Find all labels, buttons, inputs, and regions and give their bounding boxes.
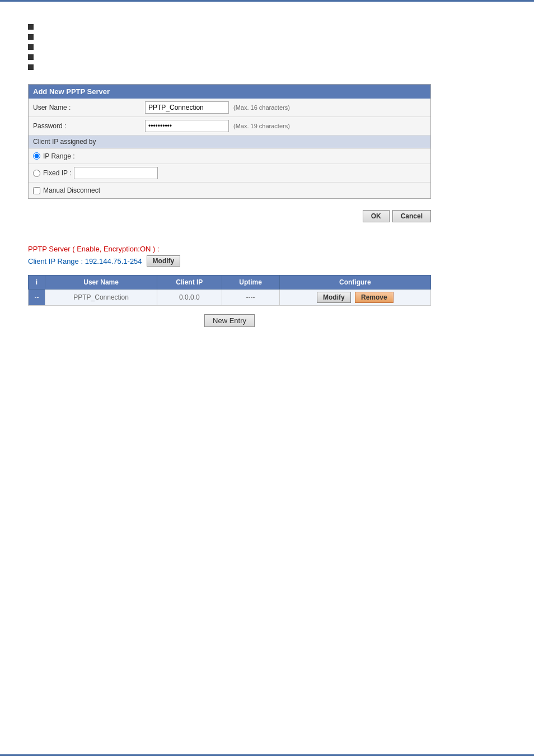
pptp-users-table: i User Name Client IP Uptime Configure -… [28,275,431,306]
username-input-area: (Max. 16 characters) [145,101,290,114]
new-entry-area: New Entry [28,314,431,327]
fixed-ip-text: Fixed IP : [43,169,71,177]
table-cell-client-ip: 0.0.0.0 [157,290,222,306]
manual-disconnect-text: Manual Disconnect [43,186,100,194]
client-ip-modify-button[interactable]: Modify [147,255,181,267]
fixed-ip-radio[interactable] [33,170,40,177]
pptp-status-text: PPTP Server ( Enable, Encryption:ON ) : [28,245,160,253]
form-header-title: Add New PPTP Server [33,87,110,96]
ok-button[interactable]: OK [363,210,390,222]
bullet-item-3 [28,44,506,50]
password-hint: (Max. 19 characters) [233,123,290,129]
username-label: User Name : [33,104,145,111]
ip-range-text: IP Range : [43,152,74,160]
pptp-client-ip-range: Client IP Range : 192.144.75.1-254 [28,257,142,265]
table-header-row: i User Name Client IP Uptime Configure [29,276,431,290]
table-cell-username: PPTP_Connection [45,290,157,306]
new-entry-button[interactable]: New Entry [204,314,255,327]
bullet-item-4 [28,54,506,60]
bullet-item-2 [28,34,506,40]
bullet-icon-5 [28,64,34,70]
bullet-item-1 [28,24,506,30]
add-pptp-form: Add New PPTP Server User Name : (Max. 16… [28,84,431,199]
client-ip-section-header: Client IP assigned by [29,136,430,148]
table-cell-uptime: ---- [222,290,279,306]
password-input-area: (Max. 19 characters) [145,120,290,132]
username-row: User Name : (Max. 16 characters) [29,99,430,117]
fixed-ip-input[interactable] [74,167,158,179]
bullet-icon-3 [28,44,34,50]
pptp-status-line1: PPTP Server ( Enable, Encryption:ON ) : [28,245,506,253]
username-input[interactable] [145,101,229,114]
modify-row-button[interactable]: Modify [317,292,351,303]
table-cell-configure: Modify Remove [279,290,430,306]
manual-disconnect-checkbox[interactable] [33,187,40,194]
ip-range-radio[interactable] [33,152,40,160]
form-buttons-area: OK Cancel [28,210,431,222]
ip-range-label[interactable]: IP Range : [33,152,74,160]
bullet-icon-4 [28,54,34,60]
ip-range-row: IP Range : [29,148,430,164]
bullet-icon-1 [28,24,34,30]
password-input[interactable] [145,120,229,132]
col-header-username: User Name [45,276,157,290]
username-hint: (Max. 16 characters) [233,104,290,111]
col-header-configure: Configure [279,276,430,290]
content-area: Add New PPTP Server User Name : (Max. 16… [0,2,534,361]
page-wrapper: Add New PPTP Server User Name : (Max. 16… [0,0,534,756]
password-label: Password : [33,122,145,130]
col-header-client-ip: Client IP [157,276,222,290]
fixed-ip-label-wrapper[interactable]: Fixed IP : [33,169,71,177]
manual-disconnect-row: Manual Disconnect [29,183,430,198]
fixed-ip-row: Fixed IP : [29,164,430,183]
bullet-icon-2 [28,34,34,40]
password-row: Password : (Max. 19 characters) [29,117,430,136]
bullet-list [28,24,506,70]
col-header-uptime: Uptime [222,276,279,290]
pptp-status-line2: Client IP Range : 192.144.75.1-254 Modif… [28,255,506,267]
client-ip-section-label: Client IP assigned by [33,138,96,146]
form-header: Add New PPTP Server [29,85,430,99]
col-header-index: i [29,276,45,290]
table-cell-index: -- [29,290,45,306]
cancel-button[interactable]: Cancel [392,210,431,222]
bullet-item-5 [28,64,506,70]
manual-disconnect-label-wrapper[interactable]: Manual Disconnect [33,186,100,194]
remove-row-button[interactable]: Remove [355,292,394,303]
table-row: -- PPTP_Connection 0.0.0.0 ---- Modify R… [29,290,431,306]
pptp-status-section: PPTP Server ( Enable, Encryption:ON ) : … [28,245,506,267]
